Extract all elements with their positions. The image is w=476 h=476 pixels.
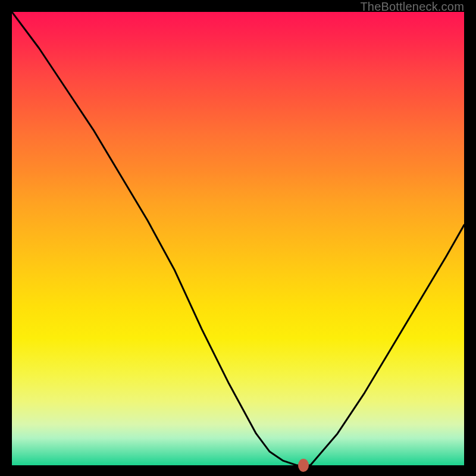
bottleneck-curve — [12, 12, 464, 465]
chart-frame — [12, 12, 464, 465]
optimal-point-marker — [298, 459, 309, 472]
watermark-text: TheBottleneck.com — [360, 0, 464, 14]
